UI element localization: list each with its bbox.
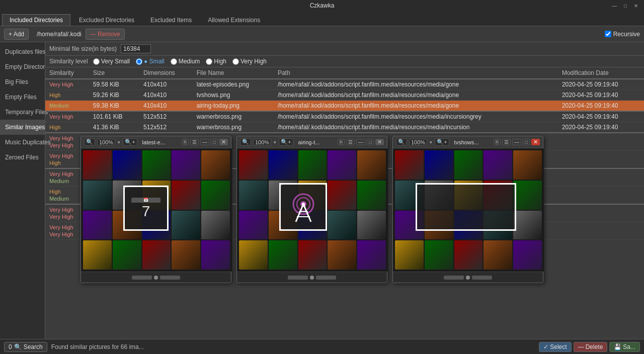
viewer2-maximize-btn[interactable]: □ (367, 139, 374, 145)
close-btn[interactable]: ✕ (632, 3, 640, 9)
viewer3-zoom-level: 100% (409, 139, 427, 146)
col-similarity: Similarity (45, 67, 89, 79)
minimize-btn[interactable]: — (610, 3, 619, 9)
viewer3-zoom-out[interactable]: 🔍 (396, 138, 407, 146)
similarity-badge: High (49, 124, 61, 130)
select-button[interactable]: ✓ Select (539, 342, 571, 352)
viewer1-scrollbar (81, 272, 231, 283)
file-dimensions: 512x512 (139, 122, 193, 133)
search-button[interactable]: 0 🔍 Search (4, 342, 47, 352)
viewer2-copy-btn[interactable]: ⎘ (338, 139, 345, 145)
similarity-badge: Very High (49, 135, 73, 141)
similarity-badge: Very High (49, 224, 73, 230)
radio-very-small-label: Very Small (101, 58, 130, 65)
recursive-label: Recursive (613, 31, 640, 38)
maximize-btn[interactable]: □ (622, 3, 629, 9)
viewer1-menu-btn[interactable]: ☰ (190, 139, 199, 145)
select-label: Select (550, 343, 567, 350)
sidebar-item-zeroed-files[interactable]: Zeroed Files (0, 150, 45, 165)
viewer2-menu-btn[interactable]: ☰ (346, 139, 355, 145)
viewer3-scrollbar (393, 272, 543, 283)
delete-icon: — (578, 343, 584, 350)
file-date (558, 187, 644, 205)
similarity-badge: Very High (49, 171, 73, 177)
radio-small[interactable]: ● Small (136, 58, 165, 65)
file-name: latest-episodes.png (193, 79, 274, 90)
similarity-badge: Medium (49, 103, 69, 109)
sidebar-item-similar-images[interactable]: Similar Images (0, 120, 45, 135)
file-path: /home/rafal/.kodi/addons/script.fanfilm.… (274, 111, 558, 122)
radio-high-label: High (214, 58, 226, 65)
similarity-badge: Very High (49, 153, 73, 159)
radio-medium-label: Medium (179, 58, 200, 65)
viewer3-close-btn[interactable]: ✕ (531, 139, 540, 145)
file-name: tvshows.png (193, 90, 274, 101)
table-row[interactable]: High 41.36 KiB 512x512 warnerbross.png /… (45, 122, 644, 133)
viewer2-minimize-btn[interactable]: — (356, 139, 365, 145)
viewer3-menu-btn[interactable]: ☰ (502, 139, 511, 145)
sidebar-item-temp-files[interactable]: Temporary Files (0, 105, 45, 120)
recursive-checkbox-group[interactable]: Recursive (605, 31, 640, 38)
table-row[interactable]: High 59.26 KiB 410x410 tvshows.png /home… (45, 90, 644, 101)
titlebar-controls[interactable]: — □ ✕ (610, 3, 640, 9)
file-size: 59.58 KiB (89, 79, 139, 90)
file-date: 2020-04-25 09:19:40 (558, 111, 644, 122)
viewer1-zoom-in[interactable]: 🔍+ (123, 138, 137, 146)
file-date (558, 204, 644, 222)
viewer1-zoom-out[interactable]: 🔍 (84, 138, 95, 146)
search-count: 0 (9, 343, 12, 350)
file-date (558, 222, 644, 240)
viewer1-scroll-dot[interactable] (154, 276, 158, 280)
table-row[interactable]: Very High 59.58 KiB 410x410 latest-episo… (45, 79, 644, 90)
viewer1-zoom-level: 100% (97, 139, 115, 146)
image-viewers: 🔍 100% ▾ 🔍+ latest-e... ⎘ ☰ — □ ✕ (80, 136, 543, 283)
viewer1-close-btn[interactable]: ✕ (219, 139, 228, 145)
sidebar-item-duplicates-files[interactable]: Duplicates files (0, 44, 45, 59)
file-name: airing-today.png (193, 101, 274, 112)
file-date (558, 151, 644, 169)
viewer1-maximize-btn[interactable]: □ (211, 139, 218, 145)
tab-included-directories[interactable]: Included Directories (2, 14, 70, 26)
viewer3-scroll-dot[interactable] (466, 276, 470, 280)
tab-excluded-directories[interactable]: Excluded Directories (71, 14, 142, 26)
recursive-checkbox[interactable] (605, 31, 611, 37)
viewer3-zoom-in[interactable]: 🔍+ (435, 138, 449, 146)
sidebar-item-big-files[interactable]: Big Files (0, 74, 45, 90)
sidebar-item-empty-dirs[interactable]: Empty Directories (0, 59, 45, 74)
directory-path: /home/rafal/.kodi (37, 31, 82, 38)
image-viewer-3: 🔍 100% ▾ 🔍+ tvshows... ⎘ ☰ — □ ✕ (392, 136, 543, 283)
viewer1-filename: latest-e... (142, 139, 180, 145)
sidebar-item-music-dupes[interactable]: Music Duplicates (0, 135, 45, 150)
file-path: /home/rafal/.kodi/addons/script.fanfilm.… (274, 101, 558, 112)
radio-medium[interactable]: Medium (171, 58, 200, 65)
tab-excluded-items[interactable]: Excluded Items (143, 14, 199, 26)
file-size-input[interactable] (121, 44, 151, 53)
viewer3-body (393, 148, 544, 272)
sidebar-item-empty-files[interactable]: Empty Files (0, 90, 45, 105)
viewer2-zoom-out[interactable]: 🔍 (240, 138, 251, 146)
table-row[interactable]: Medium 59.38 KiB 410x410 airing-today.pn… (45, 101, 644, 112)
tab-allowed-extensions[interactable]: Allowed Extensions (200, 14, 268, 26)
table-row[interactable]: Very High 101.61 KiB 512x512 warnerbross… (45, 111, 644, 122)
file-date (558, 133, 644, 151)
radio-very-small[interactable]: Very Small (93, 58, 130, 65)
radio-high[interactable]: High (206, 58, 226, 65)
viewer2-scroll-dot[interactable] (310, 276, 314, 280)
viewer3-copy-btn[interactable]: ⎘ (494, 139, 501, 145)
file-date (558, 168, 644, 187)
viewer1-copy-btn[interactable]: ⎘ (182, 139, 189, 145)
radio-very-high[interactable]: Very High (232, 58, 267, 65)
bottom-actions: ✓ Select — Delete 💾 Sa... (539, 342, 640, 352)
viewer2-zoom-in[interactable]: 🔍+ (279, 138, 293, 146)
viewer1-minimize-btn[interactable]: — (200, 139, 209, 145)
viewer3-maximize-btn[interactable]: □ (523, 139, 530, 145)
file-path: /home/rafal/.kodi/addons/script.fanfilm.… (274, 122, 558, 133)
remove-button[interactable]: — Remove (86, 29, 125, 40)
viewer2-close-btn[interactable]: ✕ (375, 139, 384, 145)
add-button[interactable]: + Add (4, 29, 29, 40)
file-name: warnerbross.png (193, 122, 274, 133)
viewer3-minimize-btn[interactable]: — (512, 139, 521, 145)
status-text: Found similar pictures for 66 ima... (51, 343, 144, 350)
save-button[interactable]: 💾 Sa... (609, 342, 640, 352)
delete-button[interactable]: — Delete (574, 342, 608, 352)
